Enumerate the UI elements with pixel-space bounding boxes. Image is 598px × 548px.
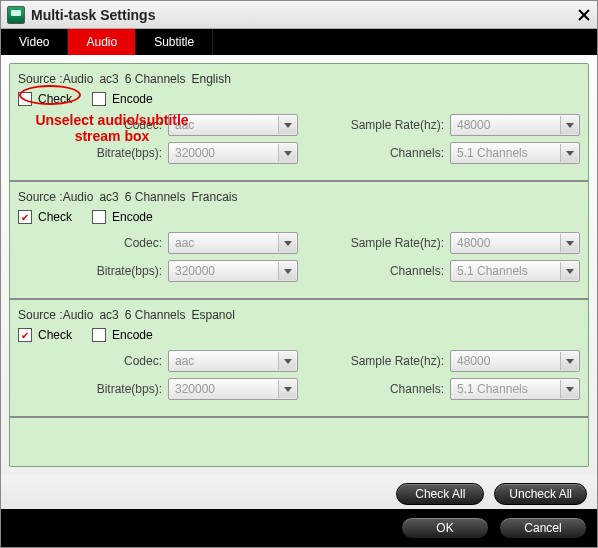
- chevron-down-icon: [278, 262, 296, 280]
- field-row: Codec: aac Sample Rate(hz): 48000: [18, 114, 580, 136]
- bitrate-value: 320000: [175, 264, 215, 278]
- check-label: Check: [38, 92, 72, 106]
- content-area: Source :Audio ac3 6 Channels English Che…: [1, 55, 597, 475]
- encode-checkbox[interactable]: [92, 210, 106, 224]
- bitrate-value: 320000: [175, 146, 215, 160]
- channels-combo[interactable]: 5.1 Channels: [450, 378, 580, 400]
- chevron-down-icon: [278, 352, 296, 370]
- channels-value: 5.1 Channels: [457, 146, 528, 160]
- chevron-down-icon: [560, 116, 578, 134]
- field-row: Bitrate(bps): 320000 Channels: 5.1 Chann…: [18, 378, 580, 400]
- field-row: Bitrate(bps): 320000 Channels: 5.1 Chann…: [18, 142, 580, 164]
- check-label: Check: [38, 210, 72, 224]
- samplerate-combo[interactable]: 48000: [450, 114, 580, 136]
- tab-subtitle[interactable]: Subtitle: [136, 29, 213, 55]
- samplerate-value: 48000: [457, 118, 490, 132]
- source-channels: 6 Channels: [125, 308, 186, 322]
- codec-combo[interactable]: aac: [168, 114, 298, 136]
- encode-label: Encode: [112, 92, 153, 106]
- bitrate-combo[interactable]: 320000: [168, 378, 298, 400]
- encode-checkbox[interactable]: [92, 92, 106, 106]
- source-lang: Espanol: [191, 308, 234, 322]
- codec-combo[interactable]: aac: [168, 350, 298, 372]
- audio-stream: Source :Audio ac3 6 Channels English Che…: [10, 64, 588, 182]
- samplerate-label: Sample Rate(hz):: [351, 236, 444, 250]
- chevron-down-icon: [560, 144, 578, 162]
- check-row: Check Encode: [18, 210, 580, 224]
- check-checkbox[interactable]: [18, 92, 32, 106]
- codec-label: Codec:: [124, 236, 162, 250]
- check-checkbox[interactable]: [18, 328, 32, 342]
- channels-value: 5.1 Channels: [457, 264, 528, 278]
- source-line: Source :Audio ac3 6 Channels Espanol: [18, 306, 580, 328]
- chevron-down-icon: [560, 262, 578, 280]
- encode-label: Encode: [112, 210, 153, 224]
- channels-label: Channels:: [390, 382, 444, 396]
- source-prefix: Source :Audio: [18, 308, 93, 322]
- codec-value: aac: [175, 354, 194, 368]
- audio-stream: Source :Audio ac3 6 Channels Espanol Che…: [10, 300, 588, 418]
- tab-video[interactable]: Video: [1, 29, 68, 55]
- multitask-settings-window: Multi-task Settings Video Audio Subtitle…: [0, 0, 598, 548]
- samplerate-label: Sample Rate(hz):: [351, 354, 444, 368]
- source-lang: English: [191, 72, 230, 86]
- source-line: Source :Audio ac3 6 Channels Francais: [18, 188, 580, 210]
- codec-combo[interactable]: aac: [168, 232, 298, 254]
- source-channels: 6 Channels: [125, 190, 186, 204]
- source-channels: 6 Channels: [125, 72, 186, 86]
- chevron-down-icon: [278, 116, 296, 134]
- tab-audio[interactable]: Audio: [68, 29, 136, 55]
- chevron-down-icon: [560, 234, 578, 252]
- source-codec: ac3: [99, 308, 118, 322]
- uncheck-all-button[interactable]: Uncheck All: [494, 483, 587, 505]
- codec-value: aac: [175, 118, 194, 132]
- encode-checkbox[interactable]: [92, 328, 106, 342]
- bitrate-label: Bitrate(bps):: [97, 382, 162, 396]
- audio-stream: Source :Audio ac3 6 Channels Francais Ch…: [10, 182, 588, 300]
- codec-label: Codec:: [124, 354, 162, 368]
- chevron-down-icon: [560, 380, 578, 398]
- cancel-button[interactable]: Cancel: [499, 517, 587, 539]
- samplerate-combo[interactable]: 48000: [450, 232, 580, 254]
- audio-streams-panel: Source :Audio ac3 6 Channels English Che…: [9, 63, 589, 467]
- check-checkbox[interactable]: [18, 210, 32, 224]
- samplerate-value: 48000: [457, 236, 490, 250]
- channels-combo[interactable]: 5.1 Channels: [450, 142, 580, 164]
- chevron-down-icon: [560, 352, 578, 370]
- check-row: Check Encode: [18, 328, 580, 342]
- panel-button-bar: Check All Uncheck All: [1, 475, 597, 509]
- chevron-down-icon: [278, 234, 296, 252]
- source-codec: ac3: [99, 190, 118, 204]
- samplerate-label: Sample Rate(hz):: [351, 118, 444, 132]
- close-icon[interactable]: [577, 8, 591, 22]
- ok-button[interactable]: OK: [401, 517, 489, 539]
- channels-value: 5.1 Channels: [457, 382, 528, 396]
- codec-label: Codec:: [124, 118, 162, 132]
- codec-value: aac: [175, 236, 194, 250]
- channels-label: Channels:: [390, 146, 444, 160]
- encode-label: Encode: [112, 328, 153, 342]
- bitrate-label: Bitrate(bps):: [97, 146, 162, 160]
- panel-filler: [10, 418, 588, 466]
- source-prefix: Source :Audio: [18, 190, 93, 204]
- field-row: Codec: aac Sample Rate(hz): 48000: [18, 350, 580, 372]
- chevron-down-icon: [278, 144, 296, 162]
- bitrate-combo[interactable]: 320000: [168, 260, 298, 282]
- dialog-button-bar: OK Cancel: [1, 509, 597, 547]
- channels-combo[interactable]: 5.1 Channels: [450, 260, 580, 282]
- titlebar: Multi-task Settings: [1, 1, 597, 29]
- window-title: Multi-task Settings: [31, 7, 577, 23]
- bitrate-label: Bitrate(bps):: [97, 264, 162, 278]
- tabbar: Video Audio Subtitle: [1, 29, 597, 55]
- source-prefix: Source :Audio: [18, 72, 93, 86]
- field-row: Bitrate(bps): 320000 Channels: 5.1 Chann…: [18, 260, 580, 282]
- app-icon: [7, 6, 25, 24]
- check-all-button[interactable]: Check All: [396, 483, 484, 505]
- chevron-down-icon: [278, 380, 296, 398]
- source-lang: Francais: [191, 190, 237, 204]
- check-label: Check: [38, 328, 72, 342]
- samplerate-combo[interactable]: 48000: [450, 350, 580, 372]
- samplerate-value: 48000: [457, 354, 490, 368]
- bitrate-combo[interactable]: 320000: [168, 142, 298, 164]
- source-codec: ac3: [99, 72, 118, 86]
